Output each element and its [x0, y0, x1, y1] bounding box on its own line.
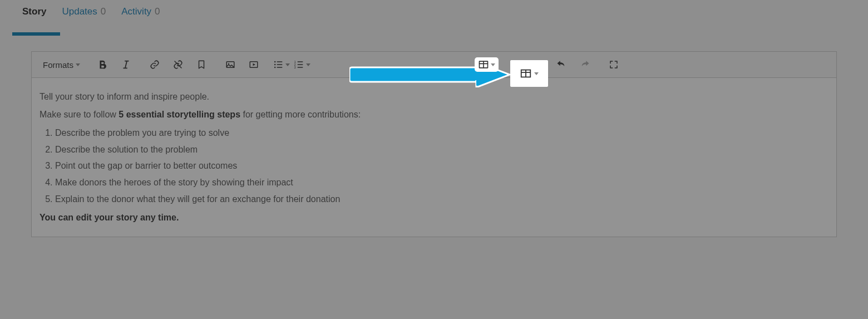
fullscreen-icon	[609, 60, 619, 70]
video-icon	[249, 60, 259, 70]
story-line-3: You can edit your story any time.	[40, 210, 828, 225]
clear-format-icon: x	[533, 60, 543, 70]
tab-label: Activity	[121, 6, 151, 17]
bookmark-icon	[196, 60, 206, 70]
story-line-1: Tell your story to inform and inspire pe…	[40, 90, 828, 104]
tab-label: Story	[22, 6, 46, 17]
numbered-list-dropdown[interactable]: 123	[292, 59, 312, 70]
formats-dropdown[interactable]: Formats	[37, 55, 86, 74]
redo-button[interactable]	[575, 55, 594, 74]
unlink-button[interactable]	[169, 55, 188, 74]
paragraph-button[interactable]	[505, 55, 524, 74]
chevron-down-icon	[76, 63, 80, 66]
story-steps-list: Describe the problem you are trying to s…	[55, 126, 828, 206]
story-line-2: Make sure to follow 5 essential storytel…	[40, 107, 828, 122]
list-item: Point out the gap or barrier to better o…	[55, 159, 828, 173]
formats-label: Formats	[43, 60, 73, 70]
italic-icon	[120, 58, 132, 71]
table-icon	[478, 59, 489, 70]
list-item: Make donors the heroes of the story by s…	[55, 175, 828, 190]
table-dropdown[interactable]	[476, 59, 497, 70]
unlink-icon	[173, 60, 183, 70]
numbered-list-icon: 123	[293, 59, 304, 70]
chevron-down-icon	[491, 63, 495, 66]
tab-updates[interactable]: Updates 0	[62, 6, 106, 25]
bold-button[interactable]	[93, 55, 112, 74]
clear-format-button[interactable]: x	[529, 55, 548, 74]
image-button[interactable]	[221, 55, 240, 74]
tab-bar: Story Updates 0 Activity 0	[0, 0, 868, 27]
link-icon	[150, 60, 160, 70]
media-button[interactable]	[244, 55, 263, 74]
anchor-button[interactable]	[192, 55, 211, 74]
svg-text:x: x	[539, 65, 541, 69]
tab-count: 0	[155, 6, 160, 17]
link-button[interactable]	[145, 55, 164, 74]
bold-icon	[96, 58, 108, 71]
bullet-list-icon	[273, 59, 284, 70]
tab-story[interactable]: Story	[22, 6, 46, 25]
undo-button[interactable]	[552, 55, 571, 74]
editor-toolbar: Formats	[32, 52, 836, 78]
redo-icon	[580, 60, 590, 70]
chevron-down-icon	[306, 63, 310, 66]
svg-point-5	[274, 67, 276, 68]
pilcrow-icon	[510, 60, 520, 70]
list-item: Explain to the donor what they will get …	[55, 192, 828, 207]
list-item: Describe the problem you are trying to s…	[55, 126, 828, 140]
editor: Formats	[31, 51, 837, 237]
svg-point-3	[274, 61, 276, 63]
list-item: Describe the solution to the problem	[55, 143, 828, 157]
tab-count: 0	[101, 6, 106, 17]
italic-button[interactable]	[116, 55, 135, 74]
editor-body[interactable]: Tell your story to inform and inspire pe…	[32, 78, 836, 237]
undo-icon	[556, 60, 566, 70]
chevron-down-icon	[285, 63, 290, 66]
tab-label: Updates	[62, 6, 97, 17]
bullet-list-dropdown[interactable]	[271, 59, 292, 70]
tab-underline	[12, 32, 60, 36]
image-icon	[225, 60, 235, 70]
svg-text:3: 3	[294, 66, 296, 69]
svg-point-4	[274, 64, 276, 66]
fullscreen-button[interactable]	[604, 55, 623, 74]
tab-activity[interactable]: Activity 0	[121, 6, 160, 25]
